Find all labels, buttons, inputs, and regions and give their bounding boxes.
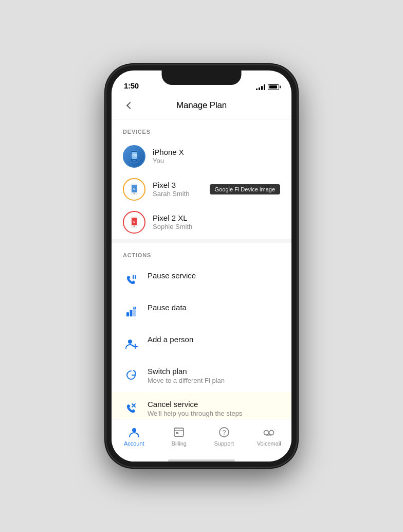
nav-item-billing[interactable]: Billing xyxy=(157,423,202,449)
svg-text:G: G xyxy=(133,187,135,190)
pause-data-title: Pause data xyxy=(148,303,280,313)
voicemail-icon xyxy=(262,425,276,439)
add-person-action[interactable]: Add a person xyxy=(112,327,291,359)
pause-service-text: Pause service xyxy=(148,271,280,281)
pause-service-action[interactable]: Pause service xyxy=(112,263,291,295)
svg-text:G: G xyxy=(133,220,135,223)
page-title: Manage Plan xyxy=(136,100,267,111)
notch xyxy=(162,70,242,85)
pixel3-sub: Sarah Smith xyxy=(153,190,203,199)
svg-rect-18 xyxy=(135,307,136,309)
cancel-service-icon xyxy=(123,400,139,417)
add-person-icon xyxy=(123,335,139,352)
content-area: DEVICES iOS iPhone X You xyxy=(112,119,291,419)
svg-point-31 xyxy=(269,431,274,435)
actions-section: ACTIONS Pause service xyxy=(112,243,291,419)
app-header: Manage Plan xyxy=(112,93,291,119)
pause-data-text: Pause data xyxy=(148,303,280,313)
home-bar xyxy=(168,459,235,462)
svg-point-24 xyxy=(132,428,136,432)
back-arrow-icon xyxy=(126,102,134,109)
pixel3-icon: G xyxy=(123,178,145,201)
battery-fill xyxy=(269,85,277,88)
status-icons xyxy=(256,84,279,90)
pixel3-name: Pixel 3 xyxy=(153,180,203,190)
nav-item-support[interactable]: ? Support xyxy=(202,423,247,449)
pixel2xl-icon: G xyxy=(123,211,145,234)
add-person-text: Add a person xyxy=(148,334,280,345)
nav-item-voicemail[interactable]: Voicemail xyxy=(247,423,292,449)
pixel2xl-name: Pixel 2 XL xyxy=(153,213,280,223)
switch-plan-title: Switch plan xyxy=(148,366,280,377)
signal-icon xyxy=(256,84,265,90)
iphone-name: iPhone X xyxy=(153,147,280,157)
switch-plan-action[interactable]: Switch plan Move to a different Fi plan xyxy=(112,359,291,392)
svg-rect-15 xyxy=(130,310,133,316)
google-fi-tooltip: Google Fi Device image xyxy=(210,184,280,194)
cancel-service-text: Cancel service We'll help you through th… xyxy=(148,399,280,418)
pause-service-icon xyxy=(123,272,139,288)
svg-rect-2 xyxy=(133,160,136,161)
device-item-pixel3[interactable]: G Pixel 3 Sarah Smith Google Fi Device i… xyxy=(112,173,291,206)
pixel2xl-sub: Sophie Smith xyxy=(153,223,280,232)
pixel3-info: Pixel 3 Sarah Smith xyxy=(153,180,203,199)
iphone-icon: iOS xyxy=(123,145,145,168)
cancel-service-sub: We'll help you through the steps xyxy=(148,410,280,418)
svg-rect-25 xyxy=(174,428,184,436)
iphone-sub: You xyxy=(153,157,280,166)
pixel2xl-info: Pixel 2 XL Sophie Smith xyxy=(153,213,280,232)
add-person-title: Add a person xyxy=(148,334,280,345)
switch-plan-icon xyxy=(123,367,139,384)
pause-service-title: Pause service xyxy=(148,271,280,281)
back-button[interactable] xyxy=(122,98,136,113)
screen: 1:50 Manage Plan xyxy=(112,70,291,462)
svg-rect-14 xyxy=(126,312,129,316)
svg-text:iOS: iOS xyxy=(132,154,137,157)
switch-plan-sub: Move to a different Fi plan xyxy=(148,377,280,385)
home-indicator xyxy=(112,459,291,462)
phone-shell: 1:50 Manage Plan xyxy=(106,65,297,467)
battery-icon xyxy=(268,84,279,90)
billing-icon xyxy=(172,425,186,439)
support-icon: ? xyxy=(217,425,231,439)
svg-rect-17 xyxy=(134,307,135,309)
cancel-service-action[interactable]: Cancel service We'll help you through th… xyxy=(112,392,291,419)
device-item-iphone[interactable]: iOS iPhone X You xyxy=(112,140,291,173)
svg-rect-12 xyxy=(133,275,134,279)
svg-rect-13 xyxy=(135,275,136,279)
device-item-pixel2xl[interactable]: G Pixel 2 XL Sophie Smith xyxy=(112,206,291,239)
devices-section-label: DEVICES xyxy=(112,119,291,140)
pause-data-icon xyxy=(123,304,139,320)
status-time: 1:50 xyxy=(124,81,139,90)
svg-point-10 xyxy=(134,226,135,227)
cancel-service-title: Cancel service xyxy=(148,399,280,410)
bottom-nav: Account Billing ? xyxy=(112,419,291,459)
pause-data-action[interactable]: Pause data xyxy=(112,295,291,327)
svg-point-19 xyxy=(128,340,132,344)
svg-point-30 xyxy=(264,431,269,435)
svg-point-6 xyxy=(134,193,135,194)
devices-section: DEVICES iOS iPhone X You xyxy=(112,119,291,239)
account-label: Account xyxy=(124,440,144,447)
svg-text:?: ? xyxy=(222,429,226,436)
voicemail-label: Voicemail xyxy=(257,440,281,447)
svg-rect-27 xyxy=(176,432,178,434)
support-label: Support xyxy=(214,440,234,447)
iphone-info: iPhone X You xyxy=(153,147,280,166)
account-icon xyxy=(127,425,141,439)
billing-label: Billing xyxy=(172,440,187,447)
nav-item-account[interactable]: Account xyxy=(112,423,157,449)
actions-section-label: ACTIONS xyxy=(112,243,291,263)
switch-plan-text: Switch plan Move to a different Fi plan xyxy=(148,366,280,385)
